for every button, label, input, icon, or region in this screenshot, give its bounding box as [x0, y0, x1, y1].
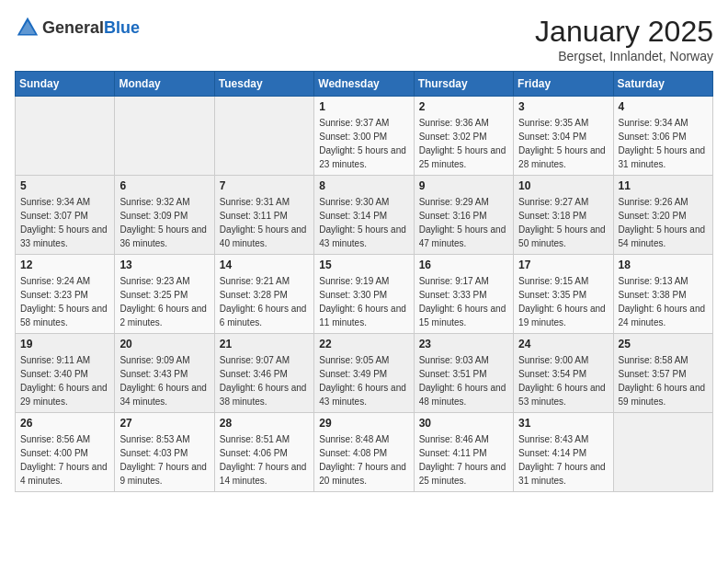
day-number: 10 — [518, 179, 608, 192]
calendar-cell — [613, 413, 712, 492]
day-number: 14 — [220, 259, 309, 271]
calendar-cell: 15Sunrise: 9:19 AMSunset: 3:30 PMDayligh… — [314, 255, 414, 334]
day-info: Sunrise: 9:27 AMSunset: 3:18 PMDaylight:… — [518, 195, 608, 250]
day-number: 30 — [419, 417, 508, 430]
calendar-cell: 13Sunrise: 9:23 AMSunset: 3:25 PMDayligh… — [115, 255, 214, 334]
calendar-week-row: 26Sunrise: 8:56 AMSunset: 4:00 PMDayligh… — [16, 413, 713, 492]
day-number: 11 — [619, 179, 708, 192]
day-info: Sunrise: 8:58 AMSunset: 3:57 PMDaylight:… — [619, 353, 708, 408]
calendar-cell — [214, 97, 313, 176]
logo-general: General — [42, 18, 104, 37]
weekday-header: Wednesday — [314, 72, 414, 97]
day-info: Sunrise: 9:15 AMSunset: 3:35 PMDaylight:… — [518, 274, 608, 329]
calendar-cell: 4Sunrise: 9:34 AMSunset: 3:06 PMDaylight… — [613, 97, 712, 176]
day-number: 15 — [319, 259, 408, 271]
calendar-cell — [115, 97, 214, 176]
day-info: Sunrise: 9:34 AMSunset: 3:07 PMDaylight:… — [20, 195, 109, 250]
weekday-header: Friday — [514, 72, 613, 97]
calendar-cell: 8Sunrise: 9:30 AMSunset: 3:14 PMDaylight… — [314, 176, 414, 255]
day-number: 26 — [20, 417, 109, 430]
location-title: Bergset, Innlandet, Norway — [535, 49, 713, 63]
day-info: Sunrise: 9:24 AMSunset: 3:23 PMDaylight:… — [20, 274, 109, 329]
month-title: January 2025 — [535, 15, 713, 49]
title-block: January 2025 Bergset, Innlandet, Norway — [535, 15, 713, 63]
calendar-cell: 18Sunrise: 9:13 AMSunset: 3:38 PMDayligh… — [613, 255, 712, 334]
day-info: Sunrise: 9:36 AMSunset: 3:02 PMDaylight:… — [419, 116, 508, 171]
day-number: 25 — [619, 338, 708, 350]
calendar: SundayMondayTuesdayWednesdayThursdayFrid… — [15, 71, 713, 492]
day-number: 7 — [220, 179, 309, 192]
page-header: GeneralBlue January 2025 Bergset, Innlan… — [15, 15, 713, 63]
day-number: 19 — [20, 338, 109, 350]
day-info: Sunrise: 9:23 AMSunset: 3:25 PMDaylight:… — [119, 274, 209, 329]
calendar-cell: 29Sunrise: 8:48 AMSunset: 4:08 PMDayligh… — [314, 413, 414, 492]
logo-blue: Blue — [104, 18, 140, 37]
day-info: Sunrise: 9:31 AMSunset: 3:11 PMDaylight:… — [220, 195, 309, 250]
calendar-cell: 26Sunrise: 8:56 AMSunset: 4:00 PMDayligh… — [16, 413, 115, 492]
day-number: 22 — [319, 338, 408, 350]
calendar-cell: 6Sunrise: 9:32 AMSunset: 3:09 PMDaylight… — [115, 176, 214, 255]
day-number: 16 — [419, 259, 508, 271]
day-info: Sunrise: 8:53 AMSunset: 4:03 PMDaylight:… — [119, 432, 209, 488]
day-number: 9 — [419, 179, 508, 192]
day-info: Sunrise: 9:17 AMSunset: 3:33 PMDaylight:… — [419, 274, 508, 329]
day-number: 3 — [518, 100, 608, 113]
calendar-cell: 21Sunrise: 9:07 AMSunset: 3:46 PMDayligh… — [214, 334, 313, 413]
day-number: 8 — [319, 179, 408, 192]
day-number: 1 — [319, 100, 408, 113]
day-number: 6 — [119, 179, 209, 192]
day-number: 4 — [619, 100, 708, 113]
day-info: Sunrise: 8:48 AMSunset: 4:08 PMDaylight:… — [319, 432, 408, 488]
day-number: 20 — [119, 338, 209, 350]
calendar-cell: 7Sunrise: 9:31 AMSunset: 3:11 PMDaylight… — [214, 176, 313, 255]
day-number: 31 — [518, 417, 608, 430]
day-info: Sunrise: 9:26 AMSunset: 3:20 PMDaylight:… — [619, 195, 708, 250]
day-info: Sunrise: 8:51 AMSunset: 4:06 PMDaylight:… — [220, 432, 309, 488]
day-info: Sunrise: 8:56 AMSunset: 4:00 PMDaylight:… — [20, 432, 109, 488]
day-number: 18 — [619, 259, 708, 271]
calendar-cell: 5Sunrise: 9:34 AMSunset: 3:07 PMDaylight… — [16, 176, 115, 255]
weekday-header: Monday — [115, 72, 214, 97]
calendar-cell: 1Sunrise: 9:37 AMSunset: 3:00 PMDaylight… — [314, 97, 414, 176]
day-number: 12 — [20, 259, 109, 271]
day-number: 29 — [319, 417, 408, 430]
day-info: Sunrise: 9:21 AMSunset: 3:28 PMDaylight:… — [220, 274, 309, 329]
calendar-cell: 11Sunrise: 9:26 AMSunset: 3:20 PMDayligh… — [613, 176, 712, 255]
calendar-week-row: 5Sunrise: 9:34 AMSunset: 3:07 PMDaylight… — [16, 176, 713, 255]
calendar-cell: 19Sunrise: 9:11 AMSunset: 3:40 PMDayligh… — [16, 334, 115, 413]
calendar-week-row: 12Sunrise: 9:24 AMSunset: 3:23 PMDayligh… — [16, 255, 713, 334]
day-info: Sunrise: 9:09 AMSunset: 3:43 PMDaylight:… — [119, 353, 209, 408]
day-number: 21 — [220, 338, 309, 350]
calendar-cell: 30Sunrise: 8:46 AMSunset: 4:11 PMDayligh… — [414, 413, 513, 492]
calendar-cell: 3Sunrise: 9:35 AMSunset: 3:04 PMDaylight… — [514, 97, 613, 176]
calendar-week-row: 19Sunrise: 9:11 AMSunset: 3:40 PMDayligh… — [16, 334, 713, 413]
calendar-cell: 16Sunrise: 9:17 AMSunset: 3:33 PMDayligh… — [414, 255, 513, 334]
day-info: Sunrise: 9:29 AMSunset: 3:16 PMDaylight:… — [419, 195, 508, 250]
logo: GeneralBlue — [15, 15, 140, 40]
day-info: Sunrise: 9:05 AMSunset: 3:49 PMDaylight:… — [319, 353, 408, 408]
weekday-header-row: SundayMondayTuesdayWednesdayThursdayFrid… — [16, 72, 713, 97]
calendar-cell: 17Sunrise: 9:15 AMSunset: 3:35 PMDayligh… — [514, 255, 613, 334]
day-number: 24 — [518, 338, 608, 350]
calendar-cell: 20Sunrise: 9:09 AMSunset: 3:43 PMDayligh… — [115, 334, 214, 413]
calendar-cell: 2Sunrise: 9:36 AMSunset: 3:02 PMDaylight… — [414, 97, 513, 176]
calendar-cell: 31Sunrise: 8:43 AMSunset: 4:14 PMDayligh… — [514, 413, 613, 492]
day-number: 28 — [220, 417, 309, 430]
weekday-header: Tuesday — [214, 72, 313, 97]
day-info: Sunrise: 9:19 AMSunset: 3:30 PMDaylight:… — [319, 274, 408, 329]
calendar-cell: 12Sunrise: 9:24 AMSunset: 3:23 PMDayligh… — [16, 255, 115, 334]
logo-icon — [15, 15, 40, 40]
calendar-cell: 25Sunrise: 8:58 AMSunset: 3:57 PMDayligh… — [613, 334, 712, 413]
day-number: 27 — [119, 417, 209, 430]
calendar-cell: 27Sunrise: 8:53 AMSunset: 4:03 PMDayligh… — [115, 413, 214, 492]
day-info: Sunrise: 9:07 AMSunset: 3:46 PMDaylight:… — [220, 353, 309, 408]
day-info: Sunrise: 8:46 AMSunset: 4:11 PMDaylight:… — [419, 432, 508, 488]
weekday-header: Thursday — [414, 72, 513, 97]
day-info: Sunrise: 9:32 AMSunset: 3:09 PMDaylight:… — [119, 195, 209, 250]
calendar-cell: 14Sunrise: 9:21 AMSunset: 3:28 PMDayligh… — [214, 255, 313, 334]
day-number: 2 — [419, 100, 508, 113]
day-number: 13 — [119, 259, 209, 271]
day-info: Sunrise: 9:30 AMSunset: 3:14 PMDaylight:… — [319, 195, 408, 250]
calendar-cell: 24Sunrise: 9:00 AMSunset: 3:54 PMDayligh… — [514, 334, 613, 413]
calendar-week-row: 1Sunrise: 9:37 AMSunset: 3:00 PMDaylight… — [16, 97, 713, 176]
